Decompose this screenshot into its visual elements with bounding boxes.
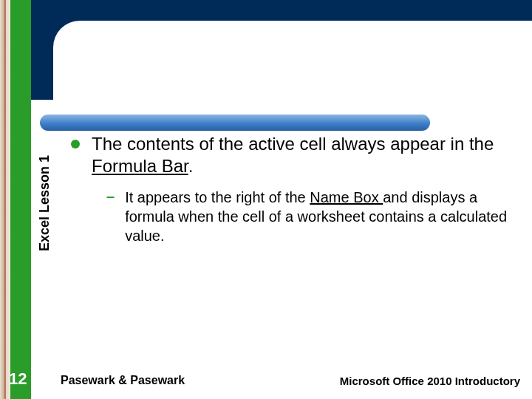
sub-bullet-item: – It appears to the right of the Name Bo…: [106, 188, 514, 245]
footer-title: Microsoft Office 2010 Introductory: [340, 375, 520, 387]
title-underline-bar: [40, 115, 430, 131]
footer-author: Pasewark & Pasewark: [61, 374, 185, 387]
page-number: 12: [9, 369, 27, 389]
sub-bullet-text: It appears to the right of the Name Box …: [125, 188, 514, 245]
sub-text-pre: It appears to the right of the: [125, 189, 310, 205]
header-corner-cutout: [53, 21, 532, 103]
bullet-text-underline: Formula Bar: [92, 156, 188, 176]
bullet-item: The contents of the active cell always a…: [71, 133, 514, 177]
bullet-text-post: .: [188, 156, 194, 176]
decorative-strip: [0, 0, 10, 399]
lesson-label: Excel Lesson 1: [37, 155, 52, 251]
green-sidebar: [10, 0, 31, 399]
sub-text-underline: Name Box: [310, 189, 383, 205]
bullet-icon: [71, 140, 80, 149]
bullet-text-pre: The contents of the active cell always a…: [92, 134, 494, 154]
slide: The contents of the active cell always a…: [0, 0, 532, 399]
bullet-text: The contents of the active cell always a…: [92, 133, 514, 177]
dash-icon: –: [106, 188, 115, 205]
content-area: The contents of the active cell always a…: [71, 133, 514, 245]
